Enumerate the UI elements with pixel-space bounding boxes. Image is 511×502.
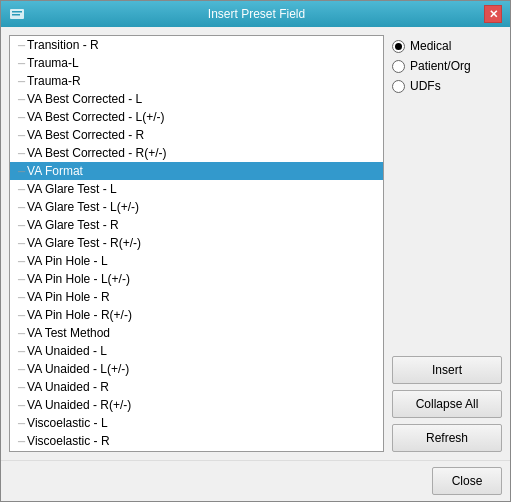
tree-item[interactable]: ─ VA Pin Hole - L(+/-) bbox=[10, 270, 383, 288]
tree-dash: ─ bbox=[18, 166, 25, 177]
tree-dash: ─ bbox=[18, 94, 25, 105]
tree-dash: ─ bbox=[18, 256, 25, 267]
tree-item[interactable]: ─ VA Best Corrected - L bbox=[10, 90, 383, 108]
tree-item-label: VA Pin Hole - L(+/-) bbox=[27, 272, 130, 286]
tree-item[interactable]: ─ VA Glare Test - L(+/-) bbox=[10, 198, 383, 216]
tree-dash: ─ bbox=[18, 274, 25, 285]
tree-dash: ─ bbox=[18, 418, 25, 429]
svg-rect-2 bbox=[12, 14, 20, 16]
tree-item-label: VA Glare Test - R bbox=[27, 218, 119, 232]
tree-item-label: VA Best Corrected - L bbox=[27, 92, 142, 106]
tree-item[interactable]: ─ VA Pin Hole - R bbox=[10, 288, 383, 306]
tree-item-label: Transition - R bbox=[27, 38, 99, 52]
tree-item[interactable]: ─ VA Format bbox=[10, 162, 383, 180]
tree-item[interactable]: ─ VA Glare Test - L bbox=[10, 180, 383, 198]
tree-item[interactable]: ─ Viscoelastic - L bbox=[10, 414, 383, 432]
tree-item-label: VA Unaided - R(+/-) bbox=[27, 398, 131, 412]
right-panel: Medical Patient/Org UDFs Insert Collapse… bbox=[392, 35, 502, 452]
tree-dash: ─ bbox=[18, 40, 25, 51]
tree-item-label: Trauma-R bbox=[27, 74, 81, 88]
content-area: ─ Transition - R─ Trauma-L─ Trauma-R─ VA… bbox=[1, 27, 510, 460]
tree-item[interactable]: ─ VA Unaided - R bbox=[10, 378, 383, 396]
tree-dash: ─ bbox=[18, 220, 25, 231]
tree-dash: ─ bbox=[18, 148, 25, 159]
tree-dash: ─ bbox=[18, 58, 25, 69]
tree-dash: ─ bbox=[18, 436, 25, 447]
tree-dash: ─ bbox=[18, 238, 25, 249]
tree-dash: ─ bbox=[18, 346, 25, 357]
tree-item[interactable]: ─ Viscoelastic - R bbox=[10, 432, 383, 450]
tree-item[interactable]: ─ VA Unaided - R(+/-) bbox=[10, 396, 383, 414]
radio-medical[interactable]: Medical bbox=[392, 39, 502, 53]
tree-item-label: VA Pin Hole - L bbox=[27, 254, 107, 268]
tree-item[interactable]: ─ Transition - R bbox=[10, 36, 383, 54]
tree-dash: ─ bbox=[18, 76, 25, 87]
radio-patient-org-label: Patient/Org bbox=[410, 59, 471, 73]
tree-item-label: VA Pin Hole - R bbox=[27, 290, 109, 304]
tree-dash: ─ bbox=[18, 328, 25, 339]
tree-item-label: Viscoelastic - L bbox=[27, 416, 107, 430]
tree-item-label: Trauma-L bbox=[27, 56, 79, 70]
tree-panel[interactable]: ─ Transition - R─ Trauma-L─ Trauma-R─ VA… bbox=[9, 35, 384, 452]
radio-patient-org[interactable]: Patient/Org bbox=[392, 59, 502, 73]
tree-item-label: VA Pin Hole - R(+/-) bbox=[27, 308, 132, 322]
tree-item[interactable]: ─ VA Best Corrected - R(+/-) bbox=[10, 144, 383, 162]
radio-medical-label: Medical bbox=[410, 39, 451, 53]
tree-dash: ─ bbox=[18, 400, 25, 411]
category-radio-group: Medical Patient/Org UDFs bbox=[392, 35, 502, 93]
tree-item-label: VA Unaided - R bbox=[27, 380, 109, 394]
window-close-button[interactable]: ✕ bbox=[484, 5, 502, 23]
tree-dash: ─ bbox=[18, 202, 25, 213]
refresh-button[interactable]: Refresh bbox=[392, 424, 502, 452]
action-buttons: Insert Collapse All Refresh bbox=[392, 356, 502, 452]
tree-item[interactable]: ─ VA Unaided - L bbox=[10, 342, 383, 360]
insert-button[interactable]: Insert bbox=[392, 356, 502, 384]
tree-item[interactable]: ─ VA Unaided - L(+/-) bbox=[10, 360, 383, 378]
title-bar: Insert Preset Field ✕ bbox=[1, 1, 510, 27]
tree-item-label: VA Unaided - L bbox=[27, 344, 107, 358]
tree-item[interactable]: ─ VA Glare Test - R bbox=[10, 216, 383, 234]
radio-udfs[interactable]: UDFs bbox=[392, 79, 502, 93]
tree-item[interactable]: ─ VA Pin Hole - R(+/-) bbox=[10, 306, 383, 324]
tree-item-label: VA Format bbox=[27, 164, 83, 178]
tree-dash: ─ bbox=[18, 292, 25, 303]
window-title: Insert Preset Field bbox=[29, 7, 484, 21]
title-bar-left bbox=[9, 6, 29, 22]
tree-item-label: VA Glare Test - R(+/-) bbox=[27, 236, 141, 250]
tree-dash: ─ bbox=[18, 184, 25, 195]
tree-item[interactable]: ─ Vitrectomy - L bbox=[10, 450, 383, 452]
tree-dash: ─ bbox=[18, 364, 25, 375]
tree-item[interactable]: ─ VA Best Corrected - R bbox=[10, 126, 383, 144]
radio-medical-circle bbox=[392, 40, 405, 53]
collapse-all-button[interactable]: Collapse All bbox=[392, 390, 502, 418]
main-window: Insert Preset Field ✕ ─ Transition - R─ … bbox=[0, 0, 511, 502]
tree-item[interactable]: ─ VA Test Method bbox=[10, 324, 383, 342]
svg-rect-1 bbox=[12, 11, 22, 13]
tree-item[interactable]: ─ Trauma-L bbox=[10, 54, 383, 72]
tree-item-label: VA Test Method bbox=[27, 326, 110, 340]
tree-item-label: Viscoelastic - R bbox=[27, 434, 109, 448]
tree-item[interactable]: ─ VA Glare Test - R(+/-) bbox=[10, 234, 383, 252]
radio-udfs-label: UDFs bbox=[410, 79, 441, 93]
tree-dash: ─ bbox=[18, 310, 25, 321]
tree-dash: ─ bbox=[18, 130, 25, 141]
tree-item[interactable]: ─ Trauma-R bbox=[10, 72, 383, 90]
bottom-bar: Close bbox=[1, 460, 510, 501]
radio-udfs-circle bbox=[392, 80, 405, 93]
close-button[interactable]: Close bbox=[432, 467, 502, 495]
window-icon bbox=[9, 6, 25, 22]
tree-item-label: VA Glare Test - L(+/-) bbox=[27, 200, 139, 214]
tree-item-label: VA Glare Test - L bbox=[27, 182, 117, 196]
tree-dash: ─ bbox=[18, 382, 25, 393]
tree-item-label: VA Best Corrected - R bbox=[27, 128, 144, 142]
tree-item[interactable]: ─ VA Best Corrected - L(+/-) bbox=[10, 108, 383, 126]
tree-item[interactable]: ─ VA Pin Hole - L bbox=[10, 252, 383, 270]
radio-patient-org-circle bbox=[392, 60, 405, 73]
tree-item-label: VA Best Corrected - L(+/-) bbox=[27, 110, 165, 124]
tree-dash: ─ bbox=[18, 112, 25, 123]
tree-item-label: VA Best Corrected - R(+/-) bbox=[27, 146, 166, 160]
tree-item-label: VA Unaided - L(+/-) bbox=[27, 362, 129, 376]
